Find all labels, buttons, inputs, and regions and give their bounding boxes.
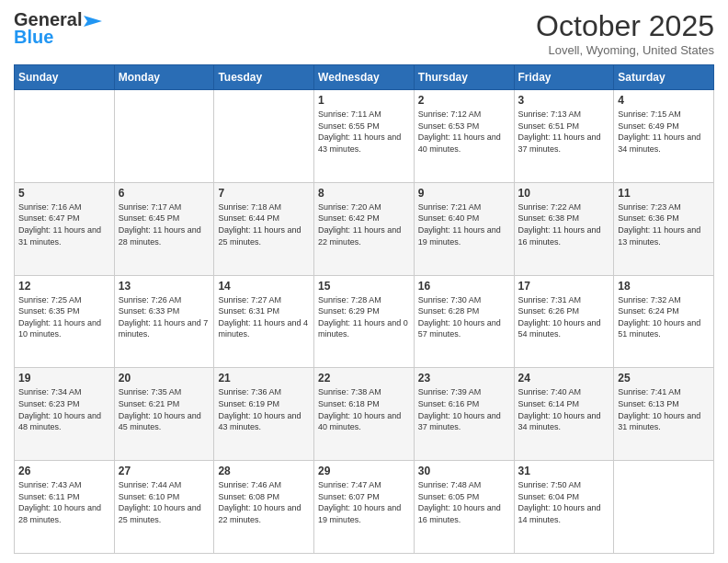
day-number: 7 bbox=[218, 187, 310, 200]
day-info: Sunrise: 7:30 AM Sunset: 6:28 PM Dayligh… bbox=[418, 294, 510, 340]
calendar-cell: 27Sunrise: 7:44 AM Sunset: 6:10 PM Dayli… bbox=[114, 461, 214, 554]
day-info: Sunrise: 7:34 AM Sunset: 6:23 PM Dayligh… bbox=[18, 386, 110, 432]
day-info: Sunrise: 7:26 AM Sunset: 6:33 PM Dayligh… bbox=[119, 294, 210, 340]
day-info: Sunrise: 7:11 AM Sunset: 6:55 PM Dayligh… bbox=[318, 109, 410, 155]
day-info: Sunrise: 7:31 AM Sunset: 6:26 PM Dayligh… bbox=[518, 294, 610, 340]
day-info: Sunrise: 7:32 AM Sunset: 6:24 PM Dayligh… bbox=[618, 294, 710, 340]
calendar-cell: 14Sunrise: 7:27 AM Sunset: 6:31 PM Dayli… bbox=[214, 275, 314, 368]
day-info: Sunrise: 7:44 AM Sunset: 6:10 PM Dayligh… bbox=[119, 479, 210, 525]
day-info: Sunrise: 7:41 AM Sunset: 6:13 PM Dayligh… bbox=[618, 386, 710, 432]
day-number: 29 bbox=[318, 465, 410, 477]
day-header-wednesday: Wednesday bbox=[314, 65, 415, 90]
day-info: Sunrise: 7:23 AM Sunset: 6:36 PM Dayligh… bbox=[618, 201, 710, 247]
day-number: 15 bbox=[318, 280, 410, 293]
day-info: Sunrise: 7:12 AM Sunset: 6:53 PM Dayligh… bbox=[418, 109, 510, 155]
logo-blue: Blue bbox=[14, 27, 53, 48]
day-number: 12 bbox=[18, 280, 110, 293]
calendar-week-row: 26Sunrise: 7:43 AM Sunset: 6:11 PM Dayli… bbox=[15, 461, 714, 554]
day-number: 13 bbox=[119, 280, 210, 293]
day-number: 19 bbox=[18, 372, 110, 385]
day-info: Sunrise: 7:20 AM Sunset: 6:42 PM Dayligh… bbox=[318, 201, 410, 247]
day-info: Sunrise: 7:16 AM Sunset: 6:47 PM Dayligh… bbox=[18, 201, 110, 247]
calendar-cell: 7Sunrise: 7:18 AM Sunset: 6:44 PM Daylig… bbox=[214, 182, 314, 275]
day-number: 14 bbox=[218, 280, 310, 293]
day-number: 24 bbox=[518, 372, 610, 385]
calendar-week-row: 5Sunrise: 7:16 AM Sunset: 6:47 PM Daylig… bbox=[15, 182, 714, 275]
calendar-header-row: SundayMondayTuesdayWednesdayThursdayFrid… bbox=[15, 65, 714, 90]
day-number: 17 bbox=[518, 280, 610, 293]
day-header-saturday: Saturday bbox=[614, 65, 714, 90]
calendar-cell: 28Sunrise: 7:46 AM Sunset: 6:08 PM Dayli… bbox=[214, 461, 314, 554]
calendar-cell: 15Sunrise: 7:28 AM Sunset: 6:29 PM Dayli… bbox=[314, 275, 415, 368]
day-info: Sunrise: 7:46 AM Sunset: 6:08 PM Dayligh… bbox=[218, 479, 310, 525]
day-info: Sunrise: 7:39 AM Sunset: 6:16 PM Dayligh… bbox=[418, 386, 510, 432]
page: General Blue October 2025 Lovell, Wyomin… bbox=[0, 0, 728, 563]
calendar-cell: 5Sunrise: 7:16 AM Sunset: 6:47 PM Daylig… bbox=[15, 182, 115, 275]
calendar-cell: 23Sunrise: 7:39 AM Sunset: 6:16 PM Dayli… bbox=[414, 368, 514, 461]
month-title: October 2025 bbox=[536, 9, 714, 43]
day-header-tuesday: Tuesday bbox=[214, 65, 314, 90]
day-number: 2 bbox=[418, 94, 510, 107]
day-number: 20 bbox=[119, 372, 210, 385]
calendar-cell: 29Sunrise: 7:47 AM Sunset: 6:07 PM Dayli… bbox=[314, 461, 415, 554]
day-info: Sunrise: 7:25 AM Sunset: 6:35 PM Dayligh… bbox=[18, 294, 110, 340]
day-number: 23 bbox=[418, 372, 510, 385]
day-number: 22 bbox=[318, 372, 410, 385]
calendar-cell: 11Sunrise: 7:23 AM Sunset: 6:36 PM Dayli… bbox=[614, 182, 714, 275]
day-number: 1 bbox=[318, 94, 410, 107]
calendar-cell: 26Sunrise: 7:43 AM Sunset: 6:11 PM Dayli… bbox=[15, 461, 115, 554]
calendar-week-row: 1Sunrise: 7:11 AM Sunset: 6:55 PM Daylig… bbox=[15, 90, 714, 183]
day-info: Sunrise: 7:22 AM Sunset: 6:38 PM Dayligh… bbox=[518, 201, 610, 247]
day-info: Sunrise: 7:48 AM Sunset: 6:05 PM Dayligh… bbox=[418, 479, 510, 525]
title-section: October 2025 Lovell, Wyoming, United Sta… bbox=[536, 9, 714, 57]
calendar-cell: 16Sunrise: 7:30 AM Sunset: 6:28 PM Dayli… bbox=[414, 275, 514, 368]
calendar-cell bbox=[15, 90, 115, 183]
calendar-cell: 30Sunrise: 7:48 AM Sunset: 6:05 PM Dayli… bbox=[414, 461, 514, 554]
day-number: 6 bbox=[119, 187, 210, 200]
day-number: 30 bbox=[418, 465, 510, 477]
day-number: 3 bbox=[518, 94, 610, 107]
calendar-cell: 25Sunrise: 7:41 AM Sunset: 6:13 PM Dayli… bbox=[614, 368, 714, 461]
day-header-friday: Friday bbox=[514, 65, 614, 90]
header: General Blue October 2025 Lovell, Wyomin… bbox=[14, 9, 714, 57]
calendar-week-row: 12Sunrise: 7:25 AM Sunset: 6:35 PM Dayli… bbox=[15, 275, 714, 368]
calendar-cell: 17Sunrise: 7:31 AM Sunset: 6:26 PM Dayli… bbox=[514, 275, 614, 368]
day-number: 9 bbox=[418, 187, 510, 200]
day-number: 28 bbox=[218, 465, 310, 477]
day-info: Sunrise: 7:47 AM Sunset: 6:07 PM Dayligh… bbox=[318, 479, 410, 525]
day-info: Sunrise: 7:40 AM Sunset: 6:14 PM Dayligh… bbox=[518, 386, 610, 432]
day-info: Sunrise: 7:50 AM Sunset: 6:04 PM Dayligh… bbox=[518, 479, 610, 525]
calendar-cell bbox=[214, 90, 314, 183]
day-header-monday: Monday bbox=[114, 65, 214, 90]
day-number: 18 bbox=[618, 280, 710, 293]
calendar-cell: 2Sunrise: 7:12 AM Sunset: 6:53 PM Daylig… bbox=[414, 90, 514, 183]
calendar-cell: 10Sunrise: 7:22 AM Sunset: 6:38 PM Dayli… bbox=[514, 182, 614, 275]
calendar-cell: 13Sunrise: 7:26 AM Sunset: 6:33 PM Dayli… bbox=[114, 275, 214, 368]
calendar-cell: 22Sunrise: 7:38 AM Sunset: 6:18 PM Dayli… bbox=[314, 368, 415, 461]
calendar-cell bbox=[614, 461, 714, 554]
calendar-cell: 31Sunrise: 7:50 AM Sunset: 6:04 PM Dayli… bbox=[514, 461, 614, 554]
day-info: Sunrise: 7:43 AM Sunset: 6:11 PM Dayligh… bbox=[18, 479, 110, 525]
day-number: 21 bbox=[218, 372, 310, 385]
day-info: Sunrise: 7:38 AM Sunset: 6:18 PM Dayligh… bbox=[318, 386, 410, 432]
calendar-cell: 19Sunrise: 7:34 AM Sunset: 6:23 PM Dayli… bbox=[15, 368, 115, 461]
day-number: 5 bbox=[18, 187, 110, 200]
day-info: Sunrise: 7:21 AM Sunset: 6:40 PM Dayligh… bbox=[418, 201, 510, 247]
day-number: 26 bbox=[18, 465, 110, 477]
day-number: 11 bbox=[618, 187, 710, 200]
calendar-cell: 21Sunrise: 7:36 AM Sunset: 6:19 PM Dayli… bbox=[214, 368, 314, 461]
day-header-sunday: Sunday bbox=[15, 65, 115, 90]
calendar-cell: 8Sunrise: 7:20 AM Sunset: 6:42 PM Daylig… bbox=[314, 182, 415, 275]
calendar-week-row: 19Sunrise: 7:34 AM Sunset: 6:23 PM Dayli… bbox=[15, 368, 714, 461]
calendar-cell: 24Sunrise: 7:40 AM Sunset: 6:14 PM Dayli… bbox=[514, 368, 614, 461]
calendar-cell: 4Sunrise: 7:15 AM Sunset: 6:49 PM Daylig… bbox=[614, 90, 714, 183]
calendar-cell: 3Sunrise: 7:13 AM Sunset: 6:51 PM Daylig… bbox=[514, 90, 614, 183]
day-info: Sunrise: 7:15 AM Sunset: 6:49 PM Dayligh… bbox=[618, 109, 710, 155]
day-number: 16 bbox=[418, 280, 510, 293]
day-info: Sunrise: 7:27 AM Sunset: 6:31 PM Dayligh… bbox=[218, 294, 310, 340]
logo-bird-icon bbox=[84, 14, 102, 29]
calendar-cell: 20Sunrise: 7:35 AM Sunset: 6:21 PM Dayli… bbox=[114, 368, 214, 461]
day-number: 27 bbox=[119, 465, 210, 477]
calendar-cell: 12Sunrise: 7:25 AM Sunset: 6:35 PM Dayli… bbox=[15, 275, 115, 368]
day-info: Sunrise: 7:17 AM Sunset: 6:45 PM Dayligh… bbox=[119, 201, 210, 247]
